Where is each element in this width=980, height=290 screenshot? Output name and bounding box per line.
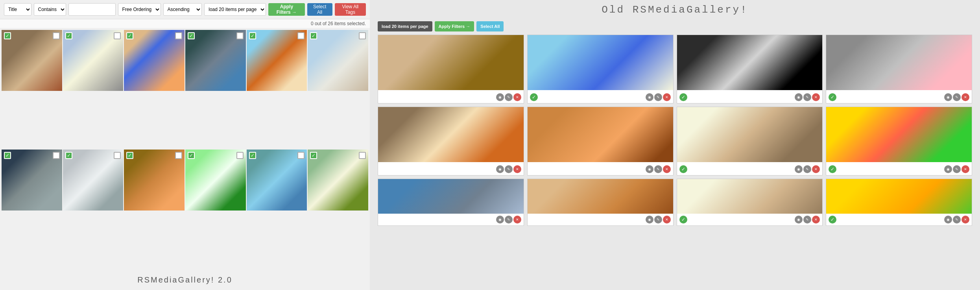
action-btn-eye[interactable]: ◉ bbox=[496, 93, 504, 101]
action-btn-edit[interactable]: ✎ bbox=[803, 216, 811, 224]
right-item-check[interactable]: ✓ bbox=[829, 93, 836, 101]
right-apply-filters-button[interactable]: Apply Filters → bbox=[435, 21, 474, 31]
gallery-item[interactable]: ✓ bbox=[63, 30, 124, 91]
right-gallery-item[interactable]: ✓ ◉ ✎ ✕ bbox=[677, 107, 823, 175]
right-gallery-item[interactable]: ◉ ✎ ✕ bbox=[378, 35, 524, 103]
action-btn-eye[interactable]: ◉ bbox=[944, 93, 952, 101]
item-checkbox[interactable]: ✓ bbox=[188, 152, 195, 159]
item-checkbox[interactable]: ✓ bbox=[249, 32, 256, 39]
right-gallery-item[interactable]: ◉ ✎ ✕ bbox=[527, 107, 674, 175]
action-btn-edit[interactable]: ✎ bbox=[803, 93, 811, 101]
right-gallery-item[interactable]: ✓ ◉ ✎ ✕ bbox=[826, 35, 972, 103]
action-btn-delete[interactable]: ✕ bbox=[663, 93, 671, 101]
right-gallery-partial-item[interactable]: ◉ ✎ ✕ bbox=[527, 179, 674, 226]
right-gallery-item[interactable]: ✓ ◉ ✎ ✕ bbox=[677, 35, 823, 103]
action-btn-eye[interactable]: ◉ bbox=[646, 93, 653, 101]
action-btn-eye[interactable]: ◉ bbox=[944, 216, 952, 224]
gallery-item[interactable]: ✓ bbox=[63, 150, 124, 211]
right-item-check[interactable]: ✓ bbox=[679, 93, 687, 101]
item-checkbox[interactable]: ✓ bbox=[4, 152, 11, 159]
gallery-item[interactable]: ✓ bbox=[185, 150, 246, 211]
item-checkbox-empty[interactable] bbox=[236, 32, 244, 39]
gallery-item[interactable]: ✓ bbox=[124, 150, 185, 211]
gallery-item[interactable]: ✓ bbox=[308, 30, 368, 91]
gallery-item[interactable]: ✓ bbox=[185, 30, 246, 91]
action-btn-delete[interactable]: ✕ bbox=[663, 216, 671, 224]
right-gallery-item[interactable]: ✓ ◉ ✎ ✕ bbox=[826, 107, 972, 175]
item-checkbox-empty[interactable] bbox=[359, 32, 366, 39]
item-checkbox[interactable]: ✓ bbox=[65, 32, 72, 39]
action-btn-edit[interactable]: ✎ bbox=[803, 165, 811, 173]
item-checkbox-empty[interactable] bbox=[175, 32, 182, 39]
gallery-item[interactable]: ✓ bbox=[124, 30, 185, 91]
right-gallery-partial-item[interactable]: ◉ ✎ ✕ bbox=[378, 179, 524, 226]
item-checkbox[interactable]: ✓ bbox=[310, 152, 317, 159]
item-checkbox-empty[interactable] bbox=[114, 32, 121, 39]
action-btn-eye[interactable]: ◉ bbox=[646, 165, 653, 173]
filter-type-select[interactable]: Contains bbox=[34, 3, 66, 16]
action-btn-delete[interactable]: ✕ bbox=[513, 216, 521, 224]
action-btn-edit[interactable]: ✎ bbox=[953, 93, 961, 101]
action-btn-delete[interactable]: ✕ bbox=[962, 93, 969, 101]
item-checkbox-empty[interactable] bbox=[297, 32, 305, 39]
action-btn-delete[interactable]: ✕ bbox=[812, 216, 820, 224]
item-checkbox[interactable]: ✓ bbox=[4, 32, 11, 39]
perpage-select[interactable]: load 20 items per page bbox=[204, 3, 266, 16]
action-btn-delete[interactable]: ✕ bbox=[812, 93, 820, 101]
filter-field-select[interactable]: Title bbox=[4, 3, 31, 16]
item-checkbox-empty[interactable] bbox=[236, 152, 244, 159]
right-select-all-button[interactable]: Select All bbox=[476, 21, 504, 31]
action-btn-delete[interactable]: ✕ bbox=[513, 93, 521, 101]
item-checkbox[interactable]: ✓ bbox=[126, 32, 133, 39]
view-all-tags-button[interactable]: View All Tags bbox=[335, 3, 366, 16]
action-btn-eye[interactable]: ◉ bbox=[944, 165, 952, 173]
gallery-item[interactable]: ✓ bbox=[2, 30, 62, 91]
gallery-item[interactable]: ✓ bbox=[247, 30, 307, 91]
action-btn-delete[interactable]: ✕ bbox=[812, 165, 820, 173]
right-item-check[interactable]: ✓ bbox=[829, 165, 836, 173]
action-btn-edit[interactable]: ✎ bbox=[505, 93, 513, 101]
gallery-item[interactable]: ✓ bbox=[2, 150, 62, 211]
item-checkbox-empty[interactable] bbox=[53, 32, 60, 39]
action-btn-delete[interactable]: ✕ bbox=[962, 216, 969, 224]
action-btn-delete[interactable]: ✕ bbox=[663, 165, 671, 173]
right-perpage-button[interactable]: load 20 items per page bbox=[378, 21, 432, 31]
item-checkbox[interactable]: ✓ bbox=[65, 152, 72, 159]
action-btn-edit[interactable]: ✎ bbox=[953, 165, 961, 173]
action-btn-edit[interactable]: ✎ bbox=[654, 165, 662, 173]
right-gallery-partial-item[interactable]: ✓ ◉ ✎ ✕ bbox=[826, 179, 972, 226]
right-item-check[interactable]: ✓ bbox=[679, 165, 687, 173]
gallery-item[interactable]: ✓ bbox=[308, 150, 368, 211]
action-btn-edit[interactable]: ✎ bbox=[953, 216, 961, 224]
item-checkbox[interactable]: ✓ bbox=[249, 152, 256, 159]
action-btn-delete[interactable]: ✕ bbox=[513, 165, 521, 173]
apply-filters-button[interactable]: Apply Filters → bbox=[268, 3, 305, 16]
item-checkbox[interactable]: ✓ bbox=[126, 152, 133, 159]
ascending-select[interactable]: Ascending bbox=[163, 3, 202, 16]
action-btn-eye[interactable]: ◉ bbox=[795, 165, 803, 173]
action-btn-eye[interactable]: ◉ bbox=[646, 216, 653, 224]
right-gallery-item[interactable]: ◉ ✎ ✕ bbox=[378, 107, 524, 175]
gallery-item[interactable]: ✓ bbox=[247, 150, 307, 211]
right-gallery-item[interactable]: ✓ ◉ ✎ ✕ bbox=[527, 35, 674, 103]
action-btn-delete[interactable]: ✕ bbox=[962, 165, 969, 173]
right-item-check[interactable]: ✓ bbox=[530, 93, 538, 101]
item-checkbox-empty[interactable] bbox=[114, 152, 121, 159]
item-checkbox[interactable]: ✓ bbox=[188, 32, 195, 39]
ordering-select[interactable]: Free Ordering bbox=[118, 3, 161, 16]
action-btn-edit[interactable]: ✎ bbox=[505, 165, 513, 173]
right-gallery-partial-item[interactable]: ✓ ◉ ✎ ✕ bbox=[677, 179, 823, 226]
item-checkbox-empty[interactable] bbox=[175, 152, 182, 159]
action-btn-edit[interactable]: ✎ bbox=[654, 216, 662, 224]
item-checkbox[interactable]: ✓ bbox=[310, 32, 317, 39]
partial-item-check[interactable]: ✓ bbox=[829, 216, 836, 224]
select-all-button[interactable]: Select All bbox=[307, 3, 332, 16]
action-btn-eye[interactable]: ◉ bbox=[795, 216, 803, 224]
item-checkbox-empty[interactable] bbox=[297, 152, 305, 159]
action-btn-edit[interactable]: ✎ bbox=[654, 93, 662, 101]
filter-input[interactable] bbox=[68, 3, 116, 16]
action-btn-edit[interactable]: ✎ bbox=[505, 216, 513, 224]
item-checkbox-empty[interactable] bbox=[359, 152, 366, 159]
action-btn-eye[interactable]: ◉ bbox=[795, 93, 803, 101]
action-btn-eye[interactable]: ◉ bbox=[496, 216, 504, 224]
